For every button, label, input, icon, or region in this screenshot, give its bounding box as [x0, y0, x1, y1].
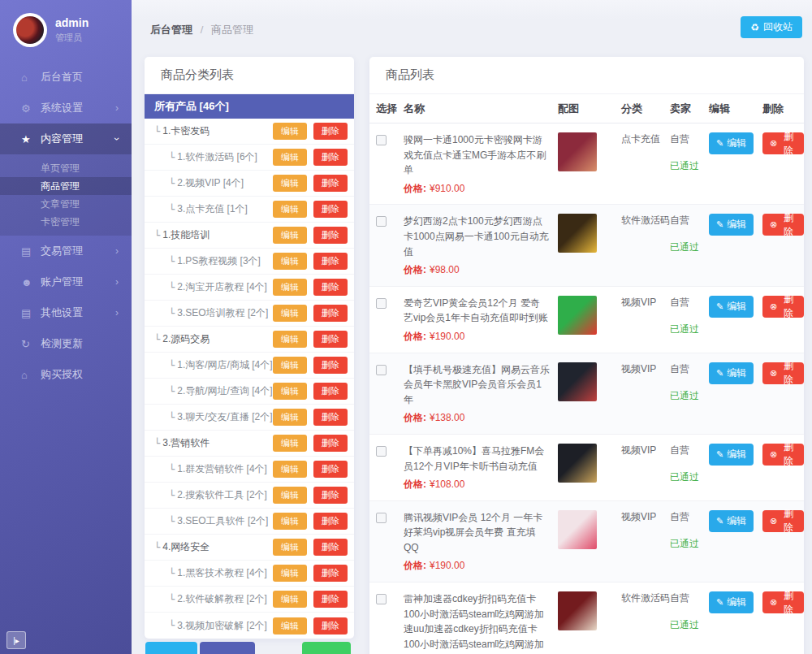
tree-branch-icon: └ [169, 464, 175, 475]
sidebar-item-home[interactable]: ⌂ 后台首页 [0, 62, 132, 93]
category-delete-button[interactable]: 删除 [313, 357, 348, 374]
category-delete-button[interactable]: 删除 [313, 201, 348, 218]
product-delete-button[interactable]: ⊗删除 [762, 510, 804, 532]
category-delete-button[interactable]: 删除 [313, 513, 348, 530]
sidebar-item-table[interactable]: ▤ 交易管理 › [0, 236, 132, 266]
category-edit-button[interactable]: 编辑 [273, 279, 307, 296]
row-checkbox[interactable] [376, 135, 387, 145]
recycle-bin-button[interactable]: ♻ 回收站 [741, 16, 802, 38]
category-edit-button[interactable]: 编辑 [273, 539, 307, 556]
sidebar-item-home[interactable]: ⌂ 购买授权 [0, 359, 132, 390]
product-seller: 自营 [670, 510, 709, 524]
sidebar-item-users[interactable]: ☻ 账户管理 › [0, 266, 132, 297]
category-edit-button[interactable]: 编辑 [273, 149, 307, 166]
sidebar-subitem[interactable]: 卡密管理 [0, 213, 132, 231]
product-edit-button[interactable]: ✎编辑 [709, 510, 754, 532]
tree-branch-icon: └ [169, 568, 175, 579]
category-action-button-3[interactable] [302, 642, 351, 654]
sidebar-subitem[interactable]: 文章管理 [0, 195, 132, 213]
sidebar-item-star[interactable]: ★ 内容管理 › [0, 123, 132, 154]
product-delete-button[interactable]: ⊗删除 [762, 296, 804, 318]
product-category: 视频VIP [621, 510, 670, 524]
category-edit-button[interactable]: 编辑 [273, 435, 307, 452]
category-delete-button[interactable]: 删除 [313, 279, 348, 296]
category-delete-button[interactable]: 删除 [313, 305, 348, 322]
row-checkbox[interactable] [376, 216, 387, 227]
column-header: 选择 [376, 102, 404, 116]
category-delete-button[interactable]: 删除 [313, 487, 348, 504]
sidebar-subitem[interactable]: 商品管理 [0, 177, 132, 195]
category-row: └ 1.黑客技术教程 [4个] 编辑 删除 [145, 561, 354, 587]
category-delete-button[interactable]: 删除 [313, 253, 348, 270]
product-name: 雷神加速器cdkey折扣码充值卡100小时激活码steam吃鸡网游加速uu加速器… [404, 593, 544, 654]
category-edit-button[interactable]: 编辑 [273, 383, 307, 400]
category-edit-button[interactable]: 编辑 [273, 357, 307, 374]
category-delete-button[interactable]: 删除 [313, 435, 348, 452]
sidebar-item-icon: ★ [21, 133, 41, 145]
category-edit-button[interactable]: 编辑 [273, 175, 307, 192]
category-delete-button[interactable]: 删除 [313, 123, 348, 140]
product-status: 已通过 [670, 159, 709, 173]
product-delete-button[interactable]: ⊗删除 [762, 444, 804, 466]
all-products-bar[interactable]: 所有产品 [46个] [145, 94, 354, 119]
category-action-button-2[interactable] [200, 642, 255, 654]
category-delete-button[interactable]: 删除 [313, 617, 348, 635]
product-delete-button[interactable]: ⊗删除 [762, 362, 804, 384]
product-edit-button[interactable]: ✎编辑 [709, 444, 754, 466]
category-edit-button[interactable]: 编辑 [273, 201, 307, 218]
category-delete-button[interactable]: 删除 [313, 227, 348, 244]
row-checkbox[interactable] [376, 513, 387, 523]
row-checkbox[interactable] [376, 446, 387, 457]
category-edit-button[interactable]: 编辑 [273, 123, 307, 140]
tree-branch-icon: └ [169, 516, 175, 527]
category-delete-button[interactable]: 删除 [313, 461, 348, 478]
category-edit-button[interactable]: 编辑 [273, 591, 307, 608]
price-value: ¥108.00 [430, 479, 464, 490]
sidebar-subitem[interactable]: 单页管理 [0, 159, 132, 177]
sidebar-toggle-button[interactable]: |▸ [6, 631, 26, 649]
main-content: 后台管理 / 商品管理 ♻ 回收站 商品分类列表 所有产品 [46个] └ 1.… [132, 0, 812, 654]
product-edit-button[interactable]: ✎编辑 [709, 591, 754, 613]
category-edit-button[interactable]: 编辑 [273, 487, 307, 504]
category-edit-button[interactable]: 编辑 [273, 305, 307, 322]
category-edit-button[interactable]: 编辑 [273, 513, 307, 530]
product-price: 价格:¥108.00 [404, 477, 550, 492]
category-edit-button[interactable]: 编辑 [273, 227, 307, 244]
category-edit-button[interactable]: 编辑 [273, 331, 307, 348]
category-delete-button[interactable]: 删除 [313, 565, 348, 582]
breadcrumb-root[interactable]: 后台管理 [150, 24, 192, 36]
category-edit-button[interactable]: 编辑 [273, 409, 307, 426]
product-edit-button[interactable]: ✎编辑 [709, 296, 754, 318]
product-edit-button[interactable]: ✎编辑 [709, 362, 754, 384]
delete-icon: ⊗ [770, 449, 777, 460]
category-delete-button[interactable]: 删除 [313, 175, 348, 192]
category-row: └ 3.点卡充值 [1个] 编辑 删除 [145, 197, 354, 223]
sidebar-item-refresh[interactable]: ↻ 检测更新 [0, 328, 132, 359]
row-checkbox[interactable] [376, 298, 387, 309]
category-edit-button[interactable]: 编辑 [273, 565, 307, 582]
tree-branch-icon: └ [169, 412, 175, 423]
product-delete-button[interactable]: ⊗删除 [762, 214, 804, 236]
product-delete-button[interactable]: ⊗删除 [762, 132, 804, 154]
row-checkbox[interactable] [376, 594, 387, 604]
category-action-button-1[interactable] [145, 642, 197, 654]
product-delete-button[interactable]: ⊗删除 [762, 591, 804, 613]
category-delete-button[interactable]: 删除 [313, 591, 348, 608]
row-checkbox[interactable] [376, 365, 387, 375]
category-edit-button[interactable]: 编辑 [273, 461, 307, 478]
category-delete-button[interactable]: 删除 [313, 383, 348, 400]
product-edit-button[interactable]: ✎编辑 [709, 214, 754, 236]
product-edit-button[interactable]: ✎编辑 [709, 132, 754, 154]
sidebar-item-table[interactable]: ▤ 其他设置 › [0, 297, 132, 328]
category-panel: 商品分类列表 所有产品 [46个] └ 1.卡密发码 编辑 删除 └ 1.软件激… [145, 57, 354, 639]
category-delete-button[interactable]: 删除 [313, 539, 348, 556]
sidebar-item-gear[interactable]: ⚙ 系统设置 › [0, 93, 132, 123]
category-delete-button[interactable]: 删除 [313, 149, 348, 166]
category-edit-button[interactable]: 编辑 [273, 617, 307, 635]
user-profile[interactable]: admin 管理员 [0, 0, 132, 58]
category-edit-button[interactable]: 编辑 [273, 253, 307, 270]
category-delete-button[interactable]: 删除 [313, 409, 348, 426]
sidebar-item-icon: ⌂ [21, 369, 41, 381]
category-row: └ 2.导航/网址/查询 [4个] 编辑 删除 [145, 379, 354, 405]
category-delete-button[interactable]: 删除 [313, 331, 348, 348]
